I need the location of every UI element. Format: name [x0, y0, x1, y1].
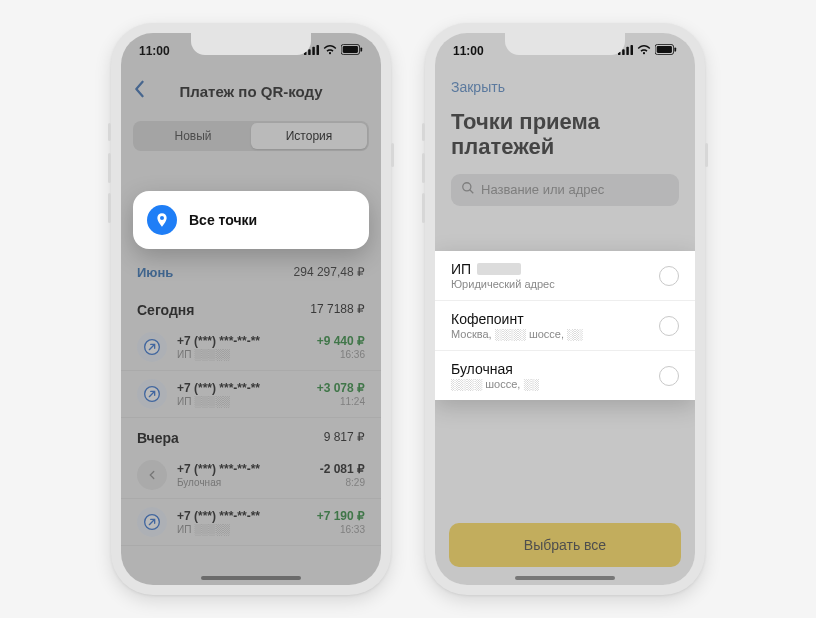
home-indicator — [515, 576, 615, 580]
phone-left: 11:00 Платеж по QR-коду Новый История Ию… — [111, 23, 391, 595]
option-sub: ░░░░ шоссе, ░░ — [451, 378, 539, 390]
option-sub: Москва, ░░░░ шоссе, ░░ — [451, 328, 583, 340]
option-row[interactable]: ИП Юридический адрес — [435, 251, 695, 301]
svg-rect-6 — [360, 47, 362, 51]
pin-icon — [147, 205, 177, 235]
svg-rect-13 — [631, 45, 634, 55]
all-points-card[interactable]: Все точки — [133, 191, 369, 249]
svg-rect-3 — [317, 45, 320, 55]
home-indicator — [201, 576, 301, 580]
options-list: ИП Юридический адрес Кофепоинт Москва, ░… — [435, 251, 695, 400]
radio-unchecked-icon[interactable] — [659, 366, 679, 386]
notch — [191, 33, 311, 55]
svg-rect-1 — [308, 49, 311, 55]
radio-unchecked-icon[interactable] — [659, 266, 679, 286]
status-time: 11:00 — [453, 44, 484, 58]
dim-overlay — [121, 33, 381, 585]
battery-icon — [341, 44, 363, 58]
svg-rect-16 — [674, 47, 676, 51]
all-points-label: Все точки — [189, 212, 257, 228]
status-time: 11:00 — [139, 44, 170, 58]
phone-right: 11:00 Закрыть Точки приема платежей Назв… — [425, 23, 705, 595]
wifi-icon — [637, 44, 651, 58]
notch — [505, 33, 625, 55]
option-row[interactable]: Булочная ░░░░ шоссе, ░░ — [435, 351, 695, 400]
svg-rect-2 — [312, 47, 315, 55]
wifi-icon — [323, 44, 337, 58]
option-sub: Юридический адрес — [451, 278, 555, 290]
radio-unchecked-icon[interactable] — [659, 316, 679, 336]
option-name: Кофепоинт — [451, 311, 583, 327]
svg-rect-5 — [343, 46, 358, 53]
option-name: Булочная — [451, 361, 539, 377]
battery-icon — [655, 44, 677, 58]
svg-rect-11 — [622, 49, 625, 55]
option-row[interactable]: Кофепоинт Москва, ░░░░ шоссе, ░░ — [435, 301, 695, 351]
svg-rect-12 — [626, 47, 629, 55]
option-name: ИП — [451, 261, 471, 277]
svg-rect-15 — [657, 46, 672, 53]
